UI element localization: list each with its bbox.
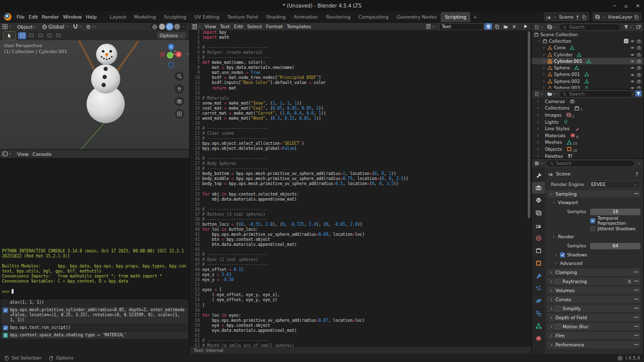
editor-type-icon[interactable]	[2, 151, 12, 157]
panel-depth-of-field[interactable]: Depth of Field ══	[547, 314, 640, 321]
properties-tab-tool[interactable]	[532, 169, 545, 181]
code-line[interactable]: 40for loc in button_locs:	[190, 227, 531, 232]
code-line[interactable]: 8 mat = bpy.data.materials.new(name)	[190, 65, 531, 70]
checkbox-motion-blur[interactable]	[555, 324, 560, 329]
active-tool-select-box[interactable]	[3, 31, 16, 40]
code-line[interactable]: 14# Materials	[190, 96, 531, 101]
disable-render-camera-icon[interactable]	[636, 52, 641, 57]
field-value-samples[interactable]: 64	[590, 243, 640, 249]
view-layer-selector[interactable]: ViewLayer	[593, 13, 641, 21]
code-line[interactable]: 20# -------------------------	[190, 126, 531, 131]
code-line[interactable]: 56	[190, 308, 531, 313]
filter-funnel-icon[interactable]	[623, 24, 633, 30]
code-line[interactable]: 28# -------------------------	[190, 166, 531, 171]
code-line[interactable]: 7def make_mat(name, color):	[190, 60, 531, 65]
workspace-tab-scripting[interactable]: Scripting	[441, 12, 470, 22]
viewport-canvas[interactable]: User Perspective (1) Collection | Cylind…	[0, 40, 189, 149]
code-line[interactable]: 59 eye = bpy.context.object	[190, 323, 531, 328]
hide-eye-icon[interactable]	[630, 72, 635, 77]
info-log-entry[interactable]: bpy.ops.mesh.primitive_cylinder_add(radi…	[1, 307, 188, 324]
ortho-toggle-icon[interactable]	[175, 109, 184, 119]
hide-eye-icon[interactable]	[630, 85, 635, 89]
pan-hand-icon[interactable]	[175, 84, 184, 94]
code-line[interactable]: 9 mat.use_nodes = True	[190, 70, 531, 75]
data-category-materials[interactable]: Materials 6	[532, 132, 643, 139]
camera-view-icon[interactable]	[175, 97, 184, 106]
code-line[interactable]: 53 (-eye_offset, eye_y, eye_z),	[190, 293, 531, 298]
hide-eye-icon[interactable]	[630, 39, 635, 44]
data-category-palettes[interactable]: Palettes	[532, 153, 643, 158]
workspace-tab-compositing[interactable]: Compositing	[355, 12, 393, 22]
maximize-button[interactable]: ▫	[624, 3, 628, 9]
workspace-tab-sculpting[interactable]: Sculpting	[160, 12, 190, 22]
orientation-dropdown[interactable]: Global	[42, 24, 69, 30]
editor-type-icon[interactable]	[2, 24, 12, 30]
code-line[interactable]: 45# -------------------------	[190, 252, 531, 257]
code-line[interactable]: 18wood_mat = make_mat("Wood", (0.3, 0.15…	[190, 116, 531, 121]
code-line[interactable]: 36# -------------------------	[190, 207, 531, 212]
code-line[interactable]: 21# Clear scene	[190, 131, 531, 136]
menu-file[interactable]: File	[15, 14, 27, 20]
code-line[interactable]: 44	[190, 247, 531, 252]
field-value-samples[interactable]: 16	[590, 209, 640, 215]
panel-simplify[interactable]: Simplify ══	[547, 305, 640, 312]
code-line[interactable]: 55]	[190, 303, 531, 308]
fake-user-shield-icon[interactable]	[485, 23, 492, 30]
proportional-edit-toggle[interactable]	[86, 24, 97, 30]
code-line[interactable]: 12 return mat	[190, 86, 531, 91]
properties-tab-object-data[interactable]	[532, 320, 545, 332]
code-line[interactable]: 31body_top = bpy.ops.mesh.primitive_uv_s…	[190, 182, 531, 187]
panel-volumes[interactable]: Volumes ══	[547, 287, 640, 294]
close-button[interactable]: ✕	[636, 3, 640, 9]
checkbox-shadows[interactable]	[560, 252, 565, 257]
code-line[interactable]: 57for loc in eyes:	[190, 313, 531, 318]
properties-tab-output[interactable]	[532, 195, 545, 206]
code-line[interactable]: 13	[190, 91, 531, 96]
subpanel-advanced[interactable]: Advanced	[547, 260, 640, 267]
code-line[interactable]: 52eyes = [	[190, 288, 531, 293]
hide-eye-icon[interactable]	[630, 45, 635, 51]
panel-performance[interactable]: Performance ══	[547, 341, 640, 348]
properties-tab-view-layer[interactable]	[532, 207, 545, 219]
code-line[interactable]: 17carrot_mat = make_mat("Carrot", (1.0, …	[190, 111, 531, 116]
code-line[interactable]: 54 ( eye_offset, eye_y, eye_z)	[190, 298, 531, 303]
code-line[interactable]: 49eye_z = 3.63	[190, 273, 531, 278]
filter-funnel-icon[interactable]	[635, 90, 641, 97]
workspace-tab-geometry-nodes[interactable]: Geometry Nodes	[392, 12, 441, 22]
blender-logo-icon[interactable]	[4, 13, 12, 21]
shading-mode-wireframe[interactable]	[152, 24, 157, 30]
code-line[interactable]: 23bpy.ops.object.select_all(action='SELE…	[190, 141, 531, 146]
properties-tab-material[interactable]	[532, 333, 545, 344]
unlink-text-icon[interactable]	[510, 23, 518, 30]
menu-edit[interactable]: Edit	[27, 14, 40, 20]
code-line[interactable]: 5# Helper: create material	[190, 50, 531, 55]
properties-tab-render[interactable]	[532, 182, 545, 194]
panel-motion-blur[interactable]: Motion Blur ══	[547, 323, 640, 330]
text-menu-format[interactable]: Format	[264, 24, 284, 29]
code-line[interactable]: 29body_bottom = bpy.ops.mesh.primitive_u…	[190, 171, 531, 176]
code-line[interactable]: 24bpy.ops.object.delete(use_global=False…	[190, 146, 531, 151]
data-category-meshes[interactable]: Meshes 19	[532, 139, 643, 146]
checkbox-temporal-reprojection[interactable]	[590, 218, 595, 223]
outliner-row-sphere-002[interactable]: Sphere.002	[532, 78, 643, 84]
code-line[interactable]: 35	[190, 202, 531, 207]
checkbox-simplify[interactable]	[555, 306, 560, 311]
properties-search-input[interactable]: Search	[546, 160, 634, 167]
workspace-tab-texture-paint[interactable]: Texture Paint	[223, 12, 262, 22]
navigation-gizmo[interactable]: Z X Y	[159, 42, 183, 68]
code-line[interactable]: 22# -------------------------	[190, 136, 531, 141]
shading-mode-solid[interactable]	[159, 24, 165, 30]
code-line[interactable]: 58 bpy.ops.mesh.primitive_uv_sphere_add(…	[190, 318, 531, 323]
console-menu-view[interactable]: View	[15, 151, 31, 157]
code-line[interactable]: 11 bsdf.inputs["Base Color"].default_val…	[190, 80, 531, 85]
code-area[interactable]: 1import bpy2import math34# -------------…	[190, 30, 531, 347]
render-engine-dropdown[interactable]: EEVEE	[588, 180, 640, 189]
select-mode-0[interactable]	[18, 32, 26, 39]
workspace-tab-animation[interactable]: Animation	[290, 12, 322, 22]
text-datablock-name[interactable]: Text	[439, 23, 484, 30]
scene-selector[interactable]: Scene	[544, 13, 589, 21]
properties-tab-collection[interactable]	[532, 245, 545, 256]
outliner-row-sphere[interactable]: Sphere	[532, 64, 643, 71]
workspace-tab-uv-editing[interactable]: UV Editing	[190, 12, 223, 22]
snap-toggle[interactable]	[72, 24, 83, 30]
